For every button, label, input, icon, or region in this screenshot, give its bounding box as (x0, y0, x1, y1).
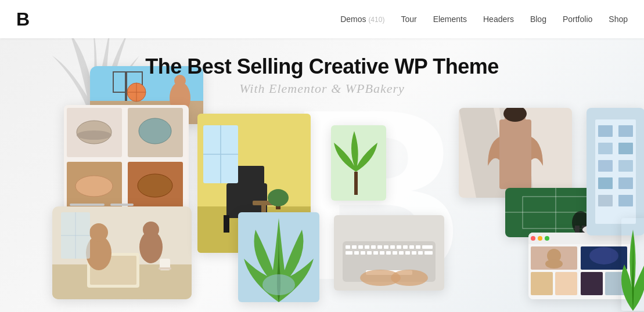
svg-point-97 (538, 236, 542, 241)
svg-rect-61 (397, 245, 401, 249)
svg-rect-114 (598, 160, 613, 172)
site-header: B Demos (410) Tour Elements Headers Blog… (0, 0, 644, 38)
svg-point-28 (143, 222, 159, 238)
card-plant (238, 212, 319, 302)
svg-rect-64 (416, 245, 420, 249)
card-people (52, 206, 192, 299)
svg-point-106 (545, 259, 563, 269)
svg-rect-119 (618, 195, 633, 206)
card-plant2 (331, 125, 386, 201)
hero-section: B The Best Selling Creative WP Theme Wit… (0, 38, 644, 312)
hero-main-title: The Best Selling Creative WP Theme (145, 55, 499, 79)
nav-tour[interactable]: Tour (401, 14, 416, 24)
svg-rect-77 (418, 251, 423, 255)
svg-point-81 (391, 270, 428, 286)
svg-rect-75 (405, 251, 410, 255)
svg-point-15 (77, 130, 111, 140)
svg-rect-113 (618, 143, 633, 154)
svg-rect-83 (499, 119, 531, 189)
svg-rect-102 (555, 272, 577, 295)
svg-rect-71 (380, 251, 384, 255)
svg-rect-56 (365, 245, 369, 249)
svg-rect-50 (354, 172, 358, 195)
svg-point-18 (138, 174, 172, 197)
nav-blog[interactable]: Blog (530, 14, 546, 24)
svg-rect-111 (618, 125, 633, 137)
svg-rect-63 (409, 245, 414, 249)
svg-rect-55 (358, 245, 363, 249)
nav-demos[interactable]: Demos (410) (340, 14, 384, 24)
site-logo[interactable]: B (16, 9, 29, 30)
svg-rect-73 (393, 251, 397, 255)
svg-rect-30 (159, 267, 171, 270)
svg-rect-19 (70, 204, 105, 206)
svg-rect-20 (110, 204, 134, 206)
svg-rect-66 (346, 251, 352, 255)
hero-subtitle: With Elementor & WPBakery (145, 81, 499, 96)
svg-point-107 (589, 247, 618, 264)
svg-rect-68 (361, 251, 365, 255)
svg-rect-101 (531, 272, 553, 295)
svg-point-26 (89, 223, 108, 242)
nav-shop[interactable]: Shop (609, 14, 628, 24)
svg-point-48 (262, 274, 295, 295)
svg-rect-72 (386, 251, 391, 255)
svg-rect-54 (352, 245, 357, 249)
svg-point-17 (75, 176, 113, 197)
svg-rect-76 (412, 251, 416, 255)
svg-rect-49 (331, 125, 386, 201)
card-greenleaf (621, 218, 644, 311)
svg-rect-116 (598, 177, 613, 189)
svg-point-46 (268, 189, 289, 206)
nav-portfolio[interactable]: Portfolio (563, 14, 592, 24)
svg-rect-117 (618, 177, 633, 189)
card-woman (459, 108, 572, 198)
svg-rect-2 (125, 72, 127, 101)
svg-point-16 (139, 118, 171, 144)
nav-headers[interactable]: Headers (483, 14, 514, 24)
svg-rect-69 (367, 251, 372, 255)
svg-rect-53 (346, 245, 350, 249)
svg-rect-110 (598, 125, 613, 137)
nav-elements[interactable]: Elements (433, 14, 467, 24)
hero-title-block: The Best Selling Creative WP Theme With … (145, 55, 499, 96)
card-laptop (334, 215, 444, 291)
card-building (587, 108, 644, 235)
svg-point-98 (545, 236, 549, 241)
svg-rect-62 (403, 245, 408, 249)
svg-rect-67 (354, 251, 359, 255)
svg-rect-74 (399, 251, 404, 255)
svg-rect-65 (422, 245, 433, 249)
svg-rect-58 (377, 245, 382, 249)
svg-rect-60 (390, 245, 395, 249)
svg-rect-57 (371, 245, 376, 249)
card-ceramics (64, 105, 189, 212)
svg-rect-118 (598, 195, 613, 206)
main-nav: Demos (410) Tour Elements Headers Blog P… (340, 14, 628, 24)
svg-rect-70 (373, 251, 378, 255)
svg-rect-103 (581, 272, 603, 295)
svg-point-96 (531, 236, 535, 241)
svg-rect-38 (224, 215, 229, 233)
svg-rect-115 (618, 160, 633, 172)
card-blog (528, 233, 630, 299)
svg-rect-78 (424, 251, 433, 255)
svg-rect-59 (384, 245, 388, 249)
svg-rect-112 (598, 143, 613, 154)
